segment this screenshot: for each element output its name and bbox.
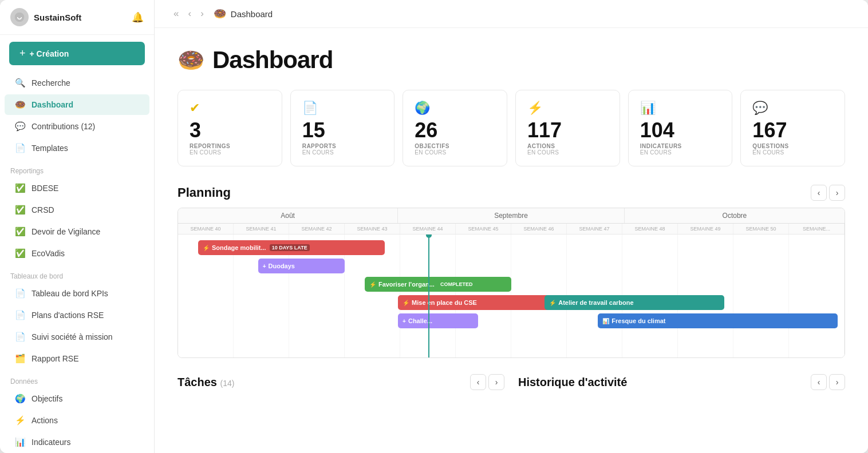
sidebar-item-search[interactable]: 🔍 Recherche	[5, 73, 149, 93]
stat-icon-5: 💬	[752, 101, 833, 116]
sidebar-item-plans[interactable]: 📄 Plans d'actions RSE	[5, 305, 149, 325]
svg-point-0	[15, 13, 25, 22]
planning-prev-button[interactable]: ‹	[811, 185, 827, 201]
bar-icon-6: 📊	[602, 318, 609, 324]
sidebar-item-bdese[interactable]: ✅ BDESE	[5, 178, 149, 198]
indicateurs-icon: 📊	[15, 437, 26, 447]
tasks-prev-button[interactable]: ‹	[470, 374, 486, 390]
bar-label-3: Mise en place du CSE	[412, 299, 477, 306]
stat-card-2: 🌍 26 OBJECTIFS EN COURS	[403, 90, 507, 166]
planning-next-button[interactable]: ›	[829, 185, 845, 201]
stat-card-3: ⚡ 117 ACTIONS EN COURS	[515, 90, 620, 166]
nav-back-icon[interactable]: ‹	[185, 7, 194, 21]
history-next-button[interactable]: ›	[829, 374, 845, 390]
tasks-section: Tâches (14) ‹ ›	[177, 374, 504, 396]
sidebar-item-contributions[interactable]: 💬 Contributions (12)	[5, 116, 149, 137]
topbar-navigation: « ‹ ›	[171, 7, 207, 21]
tasks-title: Tâches (14)	[177, 376, 234, 389]
gantt-bar-0[interactable]: ⚡Sondage mobilit...10 DAYS LATE	[198, 240, 385, 255]
planning-nav: ‹ ›	[811, 185, 845, 201]
planning-week-9: SEMAINE 49	[678, 224, 733, 234]
sidebar-item-kpi[interactable]: 📄 Tableau de bord KPIs	[5, 283, 149, 304]
sidebar-header: SustainSoft 🔔	[0, 0, 154, 35]
history-prev-button[interactable]: ‹	[811, 374, 827, 390]
planning-week-6: SEMAINE 46	[511, 224, 567, 234]
bar-label-1: Duodays	[269, 263, 295, 269]
topbar-dashboard-icon: 🍩	[214, 7, 226, 20]
bar-icon-4: +	[403, 318, 406, 324]
actions-icon: ⚡	[15, 415, 26, 426]
stat-label-1: RAPPORTS	[302, 143, 383, 149]
planning-month-2: Octobre	[625, 208, 845, 223]
topbar-title: Dashboard	[231, 9, 273, 19]
bar-icon-5: ⚡	[549, 300, 556, 306]
gantt-bar-1[interactable]: +Duodays	[258, 259, 345, 273]
planning-body: ⚡Sondage mobilit...10 DAYS LATE+Duodays⚡…	[178, 235, 845, 357]
plans-icon: 📄	[15, 310, 26, 320]
stat-card-1: 📄 15 RAPPORTS EN COURS	[290, 90, 395, 166]
gantt-bar-3[interactable]: ⚡Mise en place du CSE	[398, 295, 565, 310]
stat-label-2: OBJECTIFS	[415, 143, 495, 149]
stat-icon-4: 📊	[640, 101, 721, 116]
tasks-nav: ‹ ›	[470, 374, 504, 390]
bar-icon-0: ⚡	[203, 245, 210, 251]
planning-week-10: SEMAINE 50	[733, 224, 789, 234]
planning-week-1: SEMAINE 41	[234, 224, 289, 234]
stat-icon-3: ⚡	[527, 101, 608, 116]
page-title-icon: 🍩	[177, 47, 204, 73]
bar-icon-3: ⚡	[403, 300, 409, 306]
stat-sub-0: EN COURS	[190, 149, 270, 156]
reportings-section: Reportings	[0, 159, 154, 177]
sidebar-item-dashboard[interactable]: 🍩 Dashboard	[5, 94, 149, 115]
gantt-bar-5[interactable]: ⚡Atelier de travail carbone	[545, 295, 724, 310]
planning-month-1: Septembre	[398, 208, 625, 223]
kpi-icon: 📄	[15, 288, 26, 299]
bar-label-2: Favoriser l'organ...	[378, 281, 435, 288]
nav-forward-icon[interactable]: ›	[198, 7, 207, 21]
rapport-icon: 🗂️	[15, 353, 26, 364]
planning-col-11	[789, 235, 845, 357]
vigilance-icon: ✅	[15, 227, 26, 237]
tableaux-section: Tableaux de bord	[0, 264, 154, 283]
objectifs-icon: 🌍	[15, 394, 26, 404]
sidebar-item-indicateurs[interactable]: 📊 Indicateurs	[5, 432, 149, 452]
sidebar-item-vigilance[interactable]: ✅ Devoir de Vigilance	[5, 221, 149, 242]
sidebar-item-actions[interactable]: ⚡ Actions	[5, 410, 149, 431]
topbar: « ‹ › 🍩 Dashboard	[155, 0, 868, 28]
notifications-icon[interactable]: 🔔	[132, 11, 144, 23]
stats-row: ✔ 3 REPORTINGS EN COURS 📄 15 RAPPORTS EN…	[177, 90, 845, 166]
stat-icon-1: 📄	[302, 101, 383, 116]
sidebar-item-templates[interactable]: 📄 Templates	[5, 138, 149, 158]
planning-week-5: SEMAINE 45	[456, 224, 511, 234]
stat-number-5: 167	[752, 120, 833, 141]
history-nav: ‹ ›	[811, 374, 845, 390]
gantt-bar-6[interactable]: 📊Fresque du climat	[598, 313, 838, 328]
tasks-next-button[interactable]: ›	[488, 374, 504, 390]
page-title: Dashboard	[212, 46, 333, 74]
stat-sub-1: EN COURS	[302, 149, 383, 156]
gantt-badge-2: COMPLETED	[438, 281, 475, 288]
stat-label-4: INDICATEURS	[640, 143, 721, 149]
sidebar-item-suivi[interactable]: 📄 Suivi société à mission	[5, 327, 149, 347]
gantt-bar-4[interactable]: +Challe...	[398, 313, 478, 328]
bottom-row: Tâches (14) ‹ › Historique d'activité ‹	[177, 374, 845, 396]
planning-week-4: SEMAINE 44	[400, 224, 456, 234]
creation-button[interactable]: + + Création	[9, 42, 145, 65]
tasks-header: Tâches (14) ‹ ›	[177, 374, 504, 390]
contributions-icon: 💬	[15, 121, 26, 132]
stat-sub-4: EN COURS	[640, 149, 721, 156]
sidebar-item-rapport[interactable]: 🗂️ Rapport RSE	[5, 348, 149, 369]
nav-collapse-icon[interactable]: «	[171, 7, 182, 21]
dashboard-icon: 🍩	[15, 100, 26, 110]
sidebar-item-objectifs[interactable]: 🌍 Objectifs	[5, 388, 149, 409]
suivi-icon: 📄	[15, 332, 26, 342]
bar-icon-1: +	[263, 263, 266, 269]
templates-icon: 📄	[15, 143, 26, 153]
stat-number-1: 15	[302, 120, 383, 141]
sidebar-item-crsd[interactable]: ✅ CRSD	[5, 200, 149, 220]
page-title-row: 🍩 Dashboard	[177, 46, 845, 74]
stat-label-3: ACTIONS	[527, 143, 608, 149]
planning-weeks: SEMAINE 40SEMAINE 41SEMAINE 42SEMAINE 43…	[178, 224, 845, 235]
sidebar-item-ecovadis[interactable]: ✅ EcoVadis	[5, 243, 149, 264]
gantt-bar-2[interactable]: ⚡Favoriser l'organ...COMPLETED	[365, 277, 511, 292]
